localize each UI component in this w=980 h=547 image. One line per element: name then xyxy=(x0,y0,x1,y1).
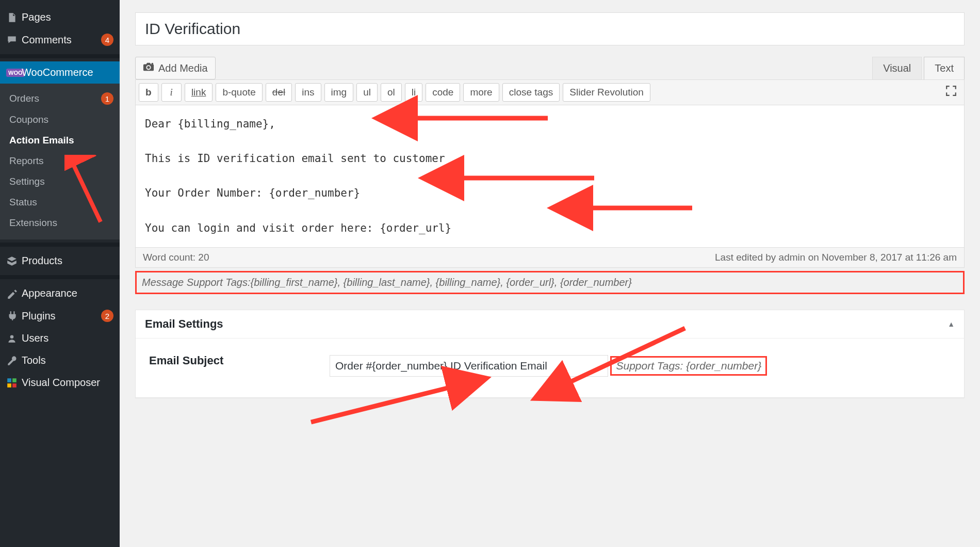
svg-rect-3 xyxy=(7,383,11,388)
editor: Add Media Visual Text b i link b-quote d… xyxy=(135,57,965,294)
toolbar-bquote-button[interactable]: b-quote xyxy=(216,83,262,102)
sidebar-item-label: Pages xyxy=(22,11,113,23)
toolbar-code-button[interactable]: code xyxy=(426,83,460,102)
toolbar-img-button[interactable]: img xyxy=(324,83,354,102)
subject-support-tags: Support Tags: {order_number} xyxy=(610,356,767,376)
editor-toolbar: b i link b-quote del ins img ul ol li co… xyxy=(135,79,965,105)
svg-point-0 xyxy=(10,335,14,339)
svg-rect-2 xyxy=(12,378,17,382)
editor-textarea[interactable]: Dear {billing_name}, This is ID verifica… xyxy=(135,105,965,248)
sidebar-item-users[interactable]: Users xyxy=(0,327,120,349)
toolbar-ol-button[interactable]: ol xyxy=(381,83,402,102)
tab-text[interactable]: Text xyxy=(924,57,965,79)
comments-count-badge: 4 xyxy=(101,34,113,46)
plugins-count-badge: 2 xyxy=(101,310,113,322)
toolbar-ul-button[interactable]: ul xyxy=(356,83,378,102)
title-input[interactable]: ID Verification xyxy=(135,12,965,45)
toolbar-ins-button[interactable]: ins xyxy=(295,83,321,102)
last-edited: Last edited by admin on November 8, 2017… xyxy=(715,252,957,263)
menu-separator xyxy=(0,54,120,58)
email-subject-label: Email Subject xyxy=(149,350,309,367)
email-subject-input[interactable] xyxy=(330,355,608,377)
tools-icon xyxy=(6,355,22,366)
sidebar-item-orders[interactable]: Orders 1 xyxy=(0,88,120,109)
sidebar-item-comments[interactable]: Comments 4 xyxy=(0,28,120,51)
toolbar-slider-button[interactable]: Slider Revolution xyxy=(563,83,650,102)
svg-rect-4 xyxy=(12,383,17,388)
postbox-header: Email Settings ▲ xyxy=(136,310,964,339)
fullscreen-icon[interactable] xyxy=(941,83,961,102)
admin-sidebar: Pages Comments 4 WOO WooCommerce Orders … xyxy=(0,0,120,547)
woocommerce-icon: WOO xyxy=(6,69,22,77)
sidebar-item-pages[interactable]: Pages xyxy=(0,6,120,28)
message-support-tags: Message Support Tags:{billing_first_name… xyxy=(135,271,965,294)
menu-separator xyxy=(0,243,120,247)
sidebar-item-label: Comments xyxy=(22,34,97,46)
comments-icon xyxy=(6,34,22,45)
svg-line-10 xyxy=(311,386,455,422)
toolbar-link-button[interactable]: link xyxy=(185,83,213,102)
postbox-title: Email Settings xyxy=(145,317,223,331)
toolbar-more-button[interactable]: more xyxy=(463,83,499,102)
toolbar-li-button[interactable]: li xyxy=(405,83,422,102)
menu-separator xyxy=(0,275,120,279)
toolbar-closetags-button[interactable]: close tags xyxy=(502,83,560,102)
toolbar-bold-button[interactable]: b xyxy=(139,83,158,102)
sidebar-item-woocommerce[interactable]: WOO WooCommerce xyxy=(0,61,120,84)
annotation-arrow-icon xyxy=(64,155,106,229)
editor-status-bar: Word count: 20 Last edited by admin on N… xyxy=(135,248,965,268)
annotation-arrow-icon xyxy=(306,381,461,429)
svg-point-6 xyxy=(152,63,154,65)
users-icon xyxy=(6,333,22,344)
toolbar-italic-button[interactable]: i xyxy=(161,83,182,102)
main-content: ID Verification Add Media Visual Text b … xyxy=(120,0,980,547)
add-media-button[interactable]: Add Media xyxy=(135,57,216,79)
postbox-toggle-icon[interactable]: ▲ xyxy=(948,320,955,328)
vc-icon xyxy=(6,377,22,389)
orders-count-badge: 1 xyxy=(101,92,113,105)
svg-line-5 xyxy=(71,159,101,222)
plugins-icon xyxy=(6,310,22,321)
sidebar-item-coupons[interactable]: Coupons xyxy=(0,109,120,130)
sidebar-item-tools[interactable]: Tools xyxy=(0,349,120,372)
sidebar-item-products[interactable]: Products xyxy=(0,250,120,272)
sidebar-item-appearance[interactable]: Appearance xyxy=(0,282,120,304)
sidebar-item-action-emails[interactable]: Action Emails xyxy=(0,130,120,151)
appearance-icon xyxy=(6,288,22,299)
tab-visual[interactable]: Visual xyxy=(872,57,922,79)
sidebar-item-visual-composer[interactable]: Visual Composer xyxy=(0,372,120,394)
sidebar-item-plugins[interactable]: Plugins 2 xyxy=(0,304,120,327)
word-count: Word count: 20 xyxy=(143,252,209,263)
camera-icon xyxy=(143,61,154,75)
svg-rect-1 xyxy=(7,378,11,382)
email-settings-postbox: Email Settings ▲ Email Subject Support T… xyxy=(135,310,965,398)
sidebar-item-label: WooCommerce xyxy=(22,67,113,78)
toolbar-del-button[interactable]: del xyxy=(266,83,292,102)
pages-icon xyxy=(6,12,22,23)
products-icon xyxy=(6,255,22,267)
